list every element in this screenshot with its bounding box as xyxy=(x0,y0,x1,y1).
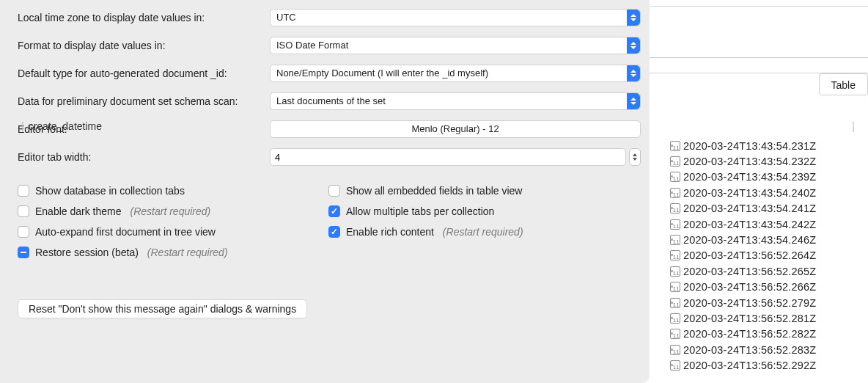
calendar-icon: 11 xyxy=(670,313,680,324)
preferences-pane: Local time zone to display date values i… xyxy=(0,0,650,383)
calendar-icon: 11 xyxy=(670,345,680,355)
default-id-label: Default type for auto-generated document… xyxy=(18,68,270,79)
restart-required-hint: (Restart required) xyxy=(130,205,211,217)
checkbox-rich-content[interactable] xyxy=(328,226,340,238)
cell-create-datetime: 2020-03-24T13:43:54.242Z xyxy=(683,219,816,230)
calendar-icon: 11 xyxy=(670,156,680,167)
checkbox-label: Show database in collection tabs xyxy=(35,185,185,197)
divider xyxy=(650,57,868,58)
checkbox-show-db-in-tabs[interactable] xyxy=(18,185,29,197)
divider xyxy=(650,6,868,7)
column-header-create-datetime[interactable]: create_datetime xyxy=(29,120,102,132)
table-row[interactable]: 112020-03-24T13:56:52.265Z xyxy=(670,263,868,279)
dateformat-select[interactable]: ISO Date Format xyxy=(270,37,641,54)
dropdown-arrows-icon xyxy=(627,10,640,26)
cell-create-datetime: 2020-03-24T13:56:52.292Z xyxy=(683,360,816,371)
cell-create-datetime: 2020-03-24T13:43:54.232Z xyxy=(683,156,816,167)
timezone-label: Local time zone to display date values i… xyxy=(18,12,270,23)
table-row[interactable]: 112020-03-24T13:43:54.239Z xyxy=(670,169,868,185)
table-row[interactable]: 112020-03-24T13:56:52.283Z xyxy=(670,342,868,357)
cell-create-datetime: 2020-03-24T13:56:52.281Z xyxy=(683,313,816,324)
cell-create-datetime: 2020-03-24T13:56:52.279Z xyxy=(683,297,816,309)
timezone-value: UTC xyxy=(270,9,641,26)
calendar-icon: 11 xyxy=(670,172,680,182)
checkbox-label: Show all embedded fields in table view xyxy=(346,185,522,197)
tab-width-stepper[interactable] xyxy=(629,148,641,166)
calendar-icon: 11 xyxy=(670,203,680,214)
calendar-icon: 11 xyxy=(670,298,680,308)
checkbox-row-multi-tabs: Allow multiple tabs per collection xyxy=(328,205,523,217)
checkbox-row-auto-expand: Auto-expand first document in tree view xyxy=(18,226,328,238)
schema-scan-select[interactable]: Last documents of the set xyxy=(270,92,641,110)
schema-scan-label: Data for preliminary document set schema… xyxy=(18,95,270,107)
default-id-select[interactable]: None/Empty Document (I will enter the _i… xyxy=(270,65,641,82)
table-row[interactable]: 112020-03-24T13:56:52.266Z xyxy=(670,280,868,295)
calendar-icon: 11 xyxy=(670,360,680,371)
reset-dialogs-button[interactable]: Reset "Don't show this message again" di… xyxy=(18,299,307,318)
table-row[interactable]: 112020-03-24T13:43:54.242Z xyxy=(670,216,868,232)
table-row[interactable]: 112020-03-24T13:56:52.282Z xyxy=(670,327,868,342)
dropdown-arrows-icon xyxy=(627,93,640,109)
table-row[interactable]: 112020-03-24T13:43:54.241Z xyxy=(670,201,868,216)
checkbox-row-restore-session: Restore session (beta)(Restart required) xyxy=(18,247,328,258)
checkbox-multi-tabs[interactable] xyxy=(328,205,340,217)
table-row[interactable]: 112020-03-24T13:56:52.264Z xyxy=(670,248,868,263)
cell-create-datetime: 2020-03-24T13:56:52.264Z xyxy=(683,249,816,261)
column-separator: | xyxy=(17,120,29,132)
cell-create-datetime: 2020-03-24T13:43:54.239Z xyxy=(683,171,816,183)
checkbox-show-embedded[interactable] xyxy=(328,185,340,197)
table-row[interactable]: 112020-03-24T13:43:54.246Z xyxy=(670,232,868,247)
calendar-icon: 11 xyxy=(670,329,680,339)
default-id-value: None/Empty Document (I will enter the _i… xyxy=(270,65,641,82)
calendar-icon: 11 xyxy=(670,219,680,230)
cell-create-datetime: 2020-03-24T13:43:54.231Z xyxy=(683,140,816,152)
restart-required-hint: (Restart required) xyxy=(147,247,228,258)
dateformat-label: Format to display date values in: xyxy=(18,40,270,51)
stepper-down-icon xyxy=(633,158,637,161)
schema-scan-value: Last documents of the set xyxy=(270,92,641,110)
table-row[interactable]: 112020-03-24T13:43:54.232Z xyxy=(670,153,868,169)
timezone-select[interactable]: UTC xyxy=(270,9,641,26)
data-panel: Table |create_datetime | 112020-03-24T13… xyxy=(650,0,868,383)
tab-width-input[interactable] xyxy=(270,148,626,166)
cell-create-datetime: 2020-03-24T13:56:52.266Z xyxy=(683,281,816,293)
cell-create-datetime: 2020-03-24T13:56:52.265Z xyxy=(683,266,816,277)
checkbox-row-show-db-in-tabs: Show database in collection tabs xyxy=(18,185,328,197)
tab-width-label: Editor tab width: xyxy=(18,151,270,163)
restart-required-hint: (Restart required) xyxy=(443,226,523,238)
checkbox-label: Restore session (beta) xyxy=(35,247,139,258)
checkbox-row-rich-content: Enable rich content(Restart required) xyxy=(328,226,523,238)
calendar-icon: 11 xyxy=(670,266,680,277)
stepper-up-icon xyxy=(633,153,637,156)
checkbox-restore-session[interactable] xyxy=(18,247,29,258)
checkbox-row-dark-theme: Enable dark theme(Restart required) xyxy=(18,205,328,217)
table-row[interactable]: 112020-03-24T13:56:52.281Z xyxy=(670,310,868,326)
tab-table[interactable]: Table xyxy=(819,73,868,95)
calendar-icon: 11 xyxy=(670,250,680,260)
cell-create-datetime: 2020-03-24T13:43:54.241Z xyxy=(683,203,816,214)
column-separator: | xyxy=(847,120,859,132)
checkbox-row-show-embedded: Show all embedded fields in table view xyxy=(328,185,523,197)
table-row[interactable]: 112020-03-24T13:43:54.231Z xyxy=(670,138,868,153)
checkbox-auto-expand[interactable] xyxy=(18,226,29,238)
table-row[interactable]: 112020-03-24T13:56:52.292Z xyxy=(670,357,868,373)
table-row[interactable]: 112020-03-24T13:56:52.279Z xyxy=(670,295,868,310)
dropdown-arrows-icon xyxy=(627,37,640,54)
cell-create-datetime: 2020-03-24T13:43:54.240Z xyxy=(683,187,816,199)
calendar-icon: 11 xyxy=(670,141,680,151)
calendar-icon: 11 xyxy=(670,188,680,198)
cell-create-datetime: 2020-03-24T13:56:52.282Z xyxy=(683,328,816,340)
checkbox-label: Auto-expand first document in tree view xyxy=(35,226,216,238)
dropdown-arrows-icon xyxy=(627,65,640,81)
calendar-icon: 11 xyxy=(670,235,680,245)
dateformat-value: ISO Date Format xyxy=(270,37,641,54)
calendar-icon: 11 xyxy=(670,282,680,292)
checkbox-label: Enable rich content xyxy=(346,226,434,238)
cell-create-datetime: 2020-03-24T13:43:54.246Z xyxy=(683,234,816,246)
cell-create-datetime: 2020-03-24T13:56:52.283Z xyxy=(683,344,816,356)
table-row[interactable]: 112020-03-24T13:43:54.240Z xyxy=(670,185,868,200)
checkbox-dark-theme[interactable] xyxy=(18,205,29,217)
checkbox-label: Enable dark theme xyxy=(35,205,122,217)
checkbox-label: Allow multiple tabs per collection xyxy=(346,205,494,217)
